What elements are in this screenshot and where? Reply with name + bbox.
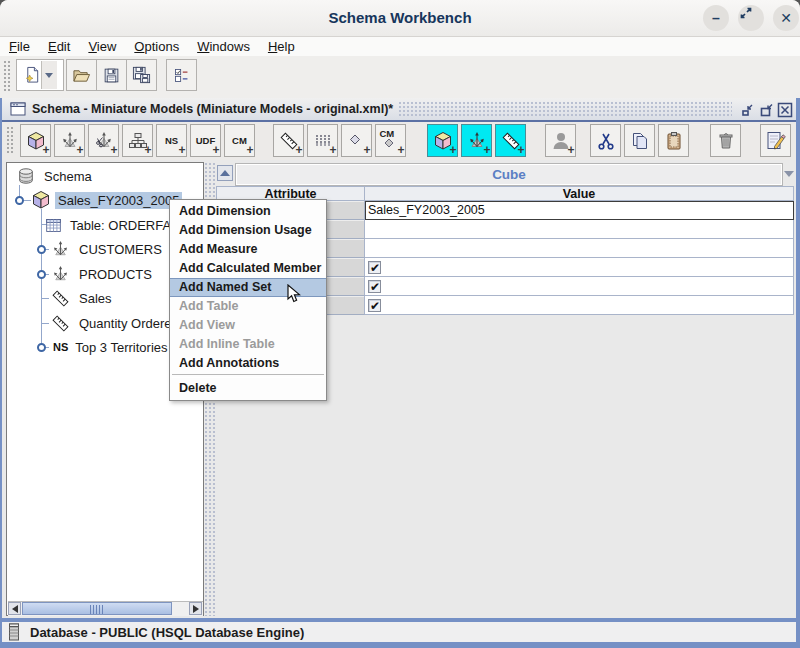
tree-handle-collapsed[interactable]: [37, 270, 46, 279]
internal-close-button[interactable]: [777, 102, 793, 118]
preferences-button[interactable]: [166, 59, 197, 91]
checkbox-checked[interactable]: ✔: [368, 261, 381, 274]
expand-panel-button[interactable]: [782, 167, 796, 181]
new-file-icon: [24, 66, 41, 84]
menu-item-add-dimension[interactable]: Add Dimension: [170, 202, 326, 221]
checkbox-checked[interactable]: ✔: [368, 280, 381, 293]
close-icon: ✕: [780, 10, 792, 26]
paste-button[interactable]: [658, 124, 689, 157]
new-schema-button[interactable]: [16, 59, 64, 91]
internal-frame-titlebar[interactable]: Schema - Miniature Models (Miniature Mod…: [2, 98, 796, 122]
statusbar: Database - PUBLIC (HSQL Database Engine): [2, 622, 796, 642]
edit-mode-button[interactable]: [760, 124, 791, 157]
collapse-panel-button[interactable]: [217, 165, 233, 181]
tree-label[interactable]: CUSTOMERS: [76, 241, 165, 258]
toggle-show-dimensions-button[interactable]: +: [461, 124, 492, 157]
database-icon: [17, 167, 35, 185]
save-as-button[interactable]: [126, 59, 157, 91]
tree-label-selected[interactable]: Sales_FY2003_2005: [55, 192, 182, 209]
open-button[interactable]: [66, 59, 97, 91]
schema-internal-frame: Schema - Miniature Models (Miniature Mod…: [2, 98, 796, 618]
add-property-button[interactable]: +: [341, 124, 372, 157]
internal-restore-button[interactable]: [758, 102, 774, 118]
cut-button[interactable]: [590, 124, 621, 157]
plus-icon: +: [295, 145, 302, 155]
scroll-right-button[interactable]: [189, 602, 202, 615]
tree-handle-expanded[interactable]: [15, 196, 24, 205]
add-cube-button[interactable]: +: [20, 124, 51, 157]
new-schema-dropdown[interactable]: [41, 61, 57, 89]
close-button[interactable]: ✕: [773, 5, 799, 31]
toggle-show-cubes-button[interactable]: +: [427, 124, 458, 157]
arrow-right-icon: [193, 605, 199, 613]
add-calculated-member-property-button[interactable]: CM +: [375, 124, 406, 157]
toggle-show-measures-button[interactable]: +: [495, 124, 526, 157]
tree-item-table[interactable]: Table: ORDERFA: [45, 216, 174, 234]
menu-options[interactable]: Options: [125, 37, 188, 56]
tree-item-dimension-customers[interactable]: CUSTOMERS: [51, 240, 165, 258]
dropdown-arrow-icon: [45, 73, 53, 78]
tree-label[interactable]: Schema: [41, 168, 95, 185]
add-role-button[interactable]: +: [545, 124, 576, 157]
table-icon: [45, 217, 62, 234]
minimize-button[interactable]: –: [703, 5, 729, 31]
menu-help[interactable]: Help: [259, 37, 304, 56]
toolbar-drag-handle[interactable]: [3, 60, 12, 92]
internal-minimize-button[interactable]: [739, 102, 755, 118]
scroll-left-button[interactable]: [8, 602, 21, 615]
menu-item-add-dimension-usage[interactable]: Add Dimension Usage: [170, 221, 326, 240]
schema-toolbar-drag-handle[interactable]: [6, 126, 15, 155]
add-level-button[interactable]: +: [307, 124, 338, 157]
tree-line: [41, 298, 49, 299]
menu-view[interactable]: View: [79, 37, 125, 56]
check-icon: ✔: [370, 278, 380, 296]
tree-label[interactable]: Quantity Ordered: [76, 315, 182, 332]
menu-file[interactable]: File: [0, 37, 39, 56]
value-cell[interactable]: [365, 239, 794, 258]
value-cell[interactable]: [365, 220, 794, 239]
arrow-down-icon: [784, 171, 794, 177]
add-dimension-button[interactable]: +: [54, 124, 85, 157]
tree-item-measure-quantity[interactable]: Quantity Ordered: [51, 314, 182, 332]
tree-item-cube[interactable]: Sales_FY2003_2005: [31, 191, 182, 209]
checkbox-checked[interactable]: ✔: [368, 299, 381, 312]
menu-item-add-calculated-member[interactable]: Add Calculated Member: [170, 259, 326, 278]
menu-item-add-inline-table: Add Inline Table: [170, 335, 326, 354]
internal-close-icon: [777, 102, 793, 118]
tree-handle-collapsed[interactable]: [37, 245, 46, 254]
tree-label[interactable]: PRODUCTS: [76, 266, 155, 283]
mouse-cursor: [287, 284, 305, 304]
add-named-set-button[interactable]: NS +: [156, 124, 187, 157]
tree-item-schema[interactable]: Schema: [17, 167, 95, 185]
add-calculated-member-button[interactable]: CM +: [224, 124, 255, 157]
column-header-value[interactable]: Value: [364, 186, 794, 201]
menu-edit[interactable]: Edit: [39, 37, 79, 56]
plus-icon: +: [110, 145, 117, 155]
tree-item-dimension-products[interactable]: PRODUCTS: [51, 265, 155, 283]
tree-item-measure-sales[interactable]: Sales: [51, 289, 115, 307]
add-dimension-usage-button[interactable]: +: [88, 124, 119, 157]
tree-handle-collapsed[interactable]: [37, 343, 46, 352]
menu-item-add-measure[interactable]: Add Measure: [170, 240, 326, 259]
maximize-button[interactable]: [738, 5, 764, 31]
menu-item-add-annotations[interactable]: Add Annotations: [170, 354, 326, 373]
tree-label[interactable]: Top 3 Territories: [72, 339, 170, 356]
arrow-left-icon: [12, 605, 18, 613]
value-cell-name[interactable]: Sales_FY2003_2005: [365, 201, 794, 220]
add-measure-button[interactable]: +: [273, 124, 304, 157]
internal-restore-icon: [759, 103, 774, 118]
scrollbar-thumb[interactable]: [22, 602, 172, 615]
tree-label[interactable]: Table: ORDERFA: [67, 217, 174, 234]
edit-pencil-icon: [765, 130, 787, 152]
save-button[interactable]: [96, 59, 127, 91]
delete-button[interactable]: [710, 124, 741, 157]
add-udf-button[interactable]: UDF +: [190, 124, 221, 157]
copy-button[interactable]: [624, 124, 655, 157]
add-hierarchy-button[interactable]: +: [122, 124, 153, 157]
tree-horizontal-scrollbar[interactable]: [8, 601, 203, 616]
menu-item-delete[interactable]: Delete: [170, 379, 326, 398]
tree-item-named-set[interactable]: NS Top 3 Territories: [53, 338, 171, 356]
tree-label[interactable]: Sales: [76, 290, 115, 307]
plus-icon: +: [178, 145, 185, 155]
menu-windows[interactable]: Windows: [188, 37, 259, 56]
